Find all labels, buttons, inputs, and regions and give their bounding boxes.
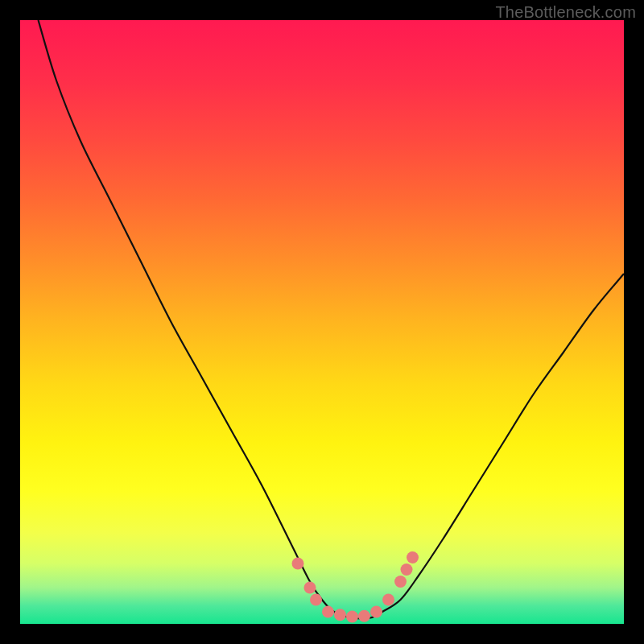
curve-marker [292, 558, 304, 570]
curve-marker [401, 564, 413, 576]
curve-marker [304, 582, 316, 594]
watermark-text: TheBottleneck.com [495, 3, 636, 22]
curve-marker [407, 551, 419, 564]
chart-frame: TheBottleneck.com [0, 0, 644, 644]
curve-marker [334, 609, 346, 621]
curve-marker [394, 576, 407, 588]
plot-area [20, 20, 624, 624]
curve-marker [382, 594, 394, 606]
curve-markers [292, 551, 419, 623]
curve-layer [20, 20, 624, 624]
bottleneck-curve [39, 20, 625, 618]
curve-marker [370, 606, 382, 618]
curve-marker [358, 610, 370, 622]
curve-marker [310, 594, 322, 606]
curve-marker [346, 611, 358, 623]
curve-marker [322, 606, 334, 618]
